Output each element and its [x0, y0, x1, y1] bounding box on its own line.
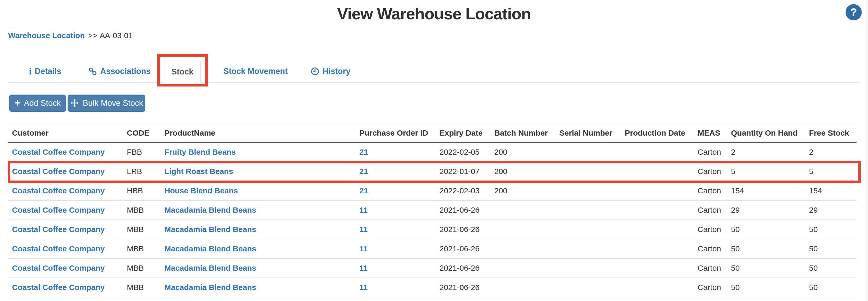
breadcrumb-warehouse-location-link[interactable]: Warehouse Location	[8, 31, 85, 40]
cell-free: 50	[809, 283, 857, 292]
cell-code: MBB	[127, 225, 164, 234]
cell-expiry: 2022-01-07	[439, 167, 494, 176]
cell-po[interactable]: 11	[359, 283, 439, 292]
tab-details[interactable]: i Details	[29, 65, 61, 77]
cell-qoh: 50	[731, 244, 809, 253]
table-row: Coastal Coffee CompanyMBBMacadamia Blend…	[8, 278, 857, 297]
column-header: ProductName	[164, 129, 359, 137]
cell-free: 5	[809, 167, 857, 176]
table-row: Coastal Coffee CompanyMBBMacadamia Blend…	[8, 259, 857, 278]
cell-meas: Carton	[698, 147, 731, 157]
tab-associations-label: Associations	[100, 66, 151, 76]
cell-po[interactable]: 21	[359, 147, 439, 157]
cell-po[interactable]: 11	[359, 264, 439, 273]
cell-meas: Carton	[698, 244, 731, 253]
cell-expiry: 2021-06-26	[439, 283, 494, 292]
cell-customer[interactable]: Coastal Coffee Company	[8, 186, 127, 195]
cell-product[interactable]: Macadamia Blend Beans	[164, 283, 359, 292]
column-header: Serial Number	[559, 129, 625, 137]
cell-product[interactable]: Fruity Blend Beans	[164, 147, 359, 157]
cell-free: 29	[809, 206, 857, 215]
column-header: MEAS	[698, 129, 731, 137]
cell-free: 2	[809, 147, 857, 157]
bulk-move-stock-button[interactable]: Bulk Move Stock	[68, 94, 145, 112]
tab-stock-movement-label: Stock Movement	[223, 66, 288, 76]
link-icon	[88, 67, 97, 76]
cell-product[interactable]: Macadamia Blend Beans	[164, 225, 359, 234]
clock-icon	[311, 67, 319, 76]
cell-customer[interactable]: Coastal Coffee Company	[8, 283, 127, 292]
table-row: Coastal Coffee CompanyMBBMacadamia Blend…	[8, 201, 857, 220]
cell-meas: Carton	[698, 186, 731, 195]
cell-expiry: 2021-06-26	[439, 206, 494, 215]
table-row: Coastal Coffee CompanyHBBHouse Blend Bea…	[8, 181, 857, 201]
cell-po[interactable]: 11	[359, 225, 439, 234]
cell-qoh: 50	[731, 225, 809, 234]
bulk-move-stock-button-label: Bulk Move Stock	[83, 99, 143, 108]
tab-stock-label: Stock	[172, 67, 193, 77]
column-header: Free Stock	[809, 129, 857, 137]
help-button[interactable]: ?	[845, 4, 862, 20]
cell-product[interactable]: Macadamia Blend Beans	[164, 206, 359, 215]
cell-po[interactable]: 21	[359, 167, 439, 176]
cell-qoh: 5	[731, 167, 809, 176]
top-bar: View Warehouse Location	[0, 0, 868, 29]
cell-expiry: 2021-06-26	[439, 244, 494, 253]
cell-batch: 200	[494, 147, 559, 157]
cell-product[interactable]: Light Roast Beans	[164, 167, 359, 176]
tabs-divider	[8, 82, 859, 83]
cell-code: MBB	[127, 264, 164, 273]
cell-qoh: 154	[731, 186, 809, 195]
table-row: Coastal Coffee CompanyMBBMacadamia Blend…	[8, 220, 857, 239]
cell-code: MBB	[127, 283, 164, 292]
cell-customer[interactable]: Coastal Coffee Company	[8, 225, 127, 234]
cell-qoh: 50	[731, 264, 809, 273]
cell-customer[interactable]: Coastal Coffee Company	[8, 264, 127, 273]
add-stock-button-label: Add Stock	[24, 99, 61, 108]
cell-free: 50	[809, 244, 857, 253]
cell-customer[interactable]: Coastal Coffee Company	[8, 147, 127, 157]
scrollbar-track[interactable]	[866, 0, 868, 301]
tab-history[interactable]: History	[311, 65, 350, 77]
cell-po[interactable]: 11	[359, 206, 439, 215]
cell-meas: Carton	[698, 225, 731, 234]
column-header: Expiry Date	[439, 129, 494, 137]
stock-table: CustomerCODEProductNamePurchase Order ID…	[8, 124, 857, 297]
cell-code: FBB	[127, 147, 164, 157]
cell-expiry: 2022-02-05	[439, 147, 494, 157]
cell-expiry: 2021-06-26	[439, 264, 494, 273]
cell-meas: Carton	[698, 167, 731, 176]
tab-stock-movement[interactable]: Stock Movement	[223, 65, 288, 77]
cell-free: 154	[809, 186, 857, 195]
cell-product[interactable]: House Blend Beans	[164, 186, 359, 195]
table-body: Coastal Coffee CompanyFBBFruity Blend Be…	[8, 143, 857, 297]
cell-product[interactable]: Macadamia Blend Beans	[164, 264, 359, 273]
add-stock-button[interactable]: + Add Stock	[9, 94, 66, 112]
cell-meas: Carton	[698, 206, 731, 215]
column-header: CODE	[127, 129, 164, 137]
tab-associations[interactable]: Associations	[88, 65, 151, 77]
column-header: Customer	[8, 129, 127, 137]
cell-customer[interactable]: Coastal Coffee Company	[8, 206, 127, 215]
breadcrumb-separator: >>	[88, 31, 97, 40]
info-icon: i	[29, 66, 32, 76]
cell-batch: 200	[494, 167, 559, 176]
cell-product[interactable]: Macadamia Blend Beans	[164, 244, 359, 253]
column-header: Production Date	[625, 129, 698, 137]
page-title: View Warehouse Location	[337, 4, 531, 23]
cell-customer[interactable]: Coastal Coffee Company	[8, 244, 127, 253]
plus-icon: +	[14, 98, 20, 108]
cell-code: LRB	[127, 167, 164, 176]
cell-qoh: 29	[731, 206, 809, 215]
cell-meas: Carton	[698, 264, 731, 273]
cell-po[interactable]: 21	[359, 186, 439, 195]
cell-free: 50	[809, 225, 857, 234]
cell-po[interactable]: 11	[359, 244, 439, 253]
cell-customer[interactable]: Coastal Coffee Company	[8, 167, 127, 176]
cell-batch: 200	[494, 186, 559, 195]
tab-stock[interactable]: Stock	[164, 61, 201, 83]
view-warehouse-location-page: View Warehouse Location ? Warehouse Loca…	[0, 0, 868, 301]
move-arrows-icon	[70, 99, 79, 108]
column-header: Quantity On Hand	[731, 129, 809, 137]
breadcrumb: Warehouse Location >> AA-03-01	[8, 30, 133, 41]
